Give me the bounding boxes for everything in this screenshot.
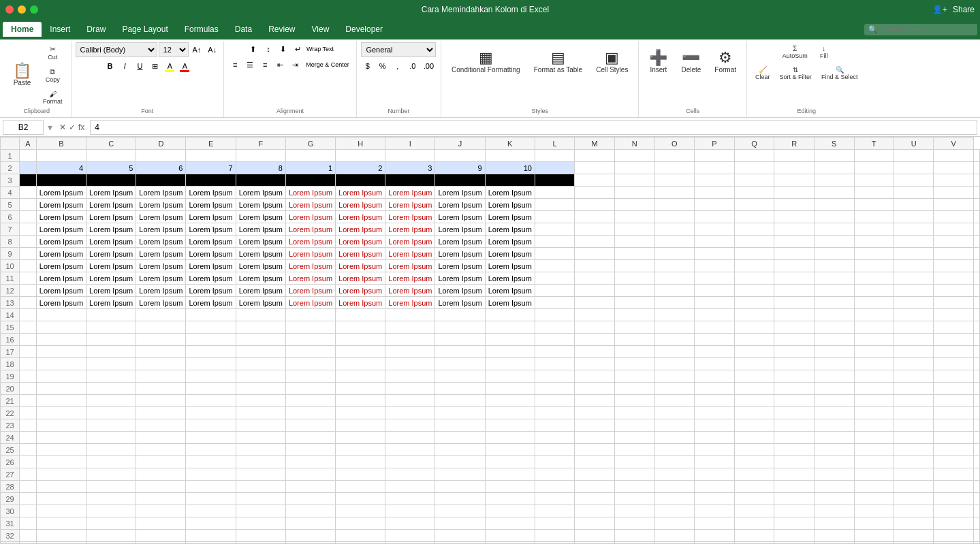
cell[interactable] [934,444,974,456]
cell[interactable]: 9 [435,162,485,174]
tab-home[interactable]: Home [3,22,42,37]
cell[interactable] [854,419,894,432]
cell[interactable] [894,395,934,407]
cell[interactable] [734,223,774,236]
cell[interactable] [36,468,86,481]
cell[interactable] [385,370,435,383]
cell[interactable]: Lorem Ipsum [385,199,435,211]
cell[interactable] [535,272,574,285]
cell[interactable]: Lorem Ipsum [385,248,435,260]
cell[interactable]: Lorem Ipsum [86,187,136,199]
cell[interactable] [285,321,335,334]
cell[interactable] [894,530,934,542]
cell[interactable] [385,334,435,346]
cell[interactable] [485,456,535,468]
cell[interactable] [535,395,574,407]
cell[interactable] [36,505,86,517]
maximize-button[interactable] [30,5,38,14]
cell[interactable] [136,444,186,456]
cell[interactable] [575,174,615,187]
col-header-t[interactable]: T [854,138,894,150]
col-header-g[interactable]: G [285,138,335,150]
cell[interactable] [575,370,615,383]
cell[interactable] [815,542,854,544]
cell[interactable] [774,297,815,309]
cell[interactable] [614,285,654,297]
cell[interactable] [20,285,37,297]
cell[interactable] [186,493,236,505]
cell[interactable] [734,236,774,248]
cell[interactable] [86,493,136,505]
cell[interactable] [654,248,695,260]
cell[interactable] [20,223,37,236]
cell[interactable] [974,383,980,395]
cell[interactable]: Lorem Ipsum [336,199,385,211]
cell[interactable] [974,285,980,297]
cell[interactable] [36,321,86,334]
cell[interactable] [854,162,894,174]
cell[interactable] [285,456,335,468]
cell[interactable] [535,358,574,370]
cell[interactable] [20,456,37,468]
cell[interactable] [575,542,615,544]
cell[interactable]: Lorem Ipsum [36,260,86,272]
cell[interactable] [385,505,435,517]
cell[interactable] [336,309,385,321]
cell[interactable] [285,395,335,407]
cell[interactable] [734,211,774,223]
cell[interactable] [285,150,335,162]
cell[interactable] [535,505,574,517]
cell[interactable] [36,456,86,468]
cell[interactable] [36,419,86,432]
cell[interactable] [734,260,774,272]
cell[interactable] [575,481,615,493]
cell[interactable] [285,407,335,419]
cell[interactable]: Lorem Ipsum [336,248,385,260]
cell[interactable] [186,517,236,530]
cell[interactable] [854,260,894,272]
cell[interactable] [815,444,854,456]
cell[interactable] [934,419,974,432]
cell[interactable] [695,530,734,542]
cell[interactable] [854,223,894,236]
cell[interactable]: Lorem Ipsum [236,187,285,199]
cell[interactable] [614,383,654,395]
cell[interactable] [535,162,574,174]
clear-button[interactable]: 🧹 Clear [751,63,774,83]
cell[interactable] [575,530,615,542]
cell[interactable] [336,321,385,334]
cell[interactable] [20,468,37,481]
cell[interactable] [774,419,815,432]
cell[interactable] [774,493,815,505]
cell[interactable] [894,505,934,517]
cell[interactable]: Lorem Ipsum [36,223,86,236]
cell[interactable] [435,505,485,517]
cell[interactable] [614,236,654,248]
cell[interactable] [654,432,695,444]
decrease-font-button[interactable]: A↓ [205,43,219,57]
cell[interactable] [654,334,695,346]
cell[interactable] [186,444,236,456]
cell[interactable] [695,370,734,383]
font-family-select[interactable]: Calibri (Body) [76,42,157,57]
cell[interactable] [236,346,285,358]
cell[interactable] [336,334,385,346]
cell-styles-button[interactable]: ▣ Cell Styles [590,42,634,82]
tab-view[interactable]: View [304,22,338,37]
cell[interactable] [654,493,695,505]
cell[interactable] [86,346,136,358]
cell[interactable] [934,174,974,187]
cell[interactable] [435,542,485,544]
cell[interactable]: 4 [36,162,86,174]
cell[interactable] [336,481,385,493]
cell[interactable] [894,248,934,260]
col-header-s[interactable]: S [815,138,854,150]
cell[interactable] [695,358,734,370]
cell[interactable] [734,321,774,334]
cell[interactable] [934,223,974,236]
cell[interactable] [535,542,574,544]
cell[interactable] [774,334,815,346]
cell[interactable] [236,419,285,432]
cell[interactable] [934,530,974,542]
cell[interactable] [236,517,285,530]
